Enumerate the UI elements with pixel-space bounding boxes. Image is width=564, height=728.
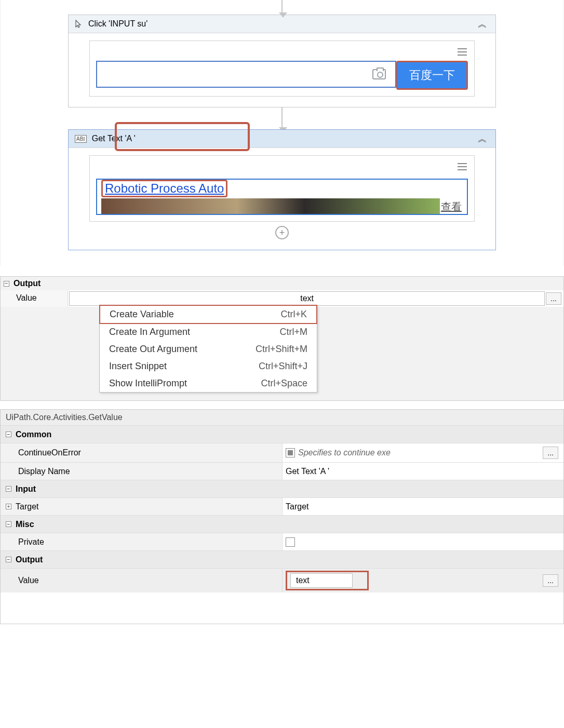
output-value-input[interactable] <box>290 573 353 588</box>
menu-label: Insert Snippet <box>109 361 167 372</box>
prop-value-label: Value <box>1 290 68 307</box>
baidu-search-button[interactable]: 百度一下 <box>398 62 466 88</box>
group-output[interactable]: −Output <box>1 550 563 568</box>
highlight-rpa-link: Robotic Process Auto <box>101 180 227 197</box>
group-misc[interactable]: −Misc <box>1 515 563 533</box>
prop-value-row: Value ... Create Variable Ctrl+K Create … <box>1 290 563 307</box>
prop-continue-on-error: ContinueOnError Specifies to continue ex… <box>1 443 563 462</box>
prop-display-name: Display Name Get Text 'A ' <box>1 462 563 480</box>
activity-click-header[interactable]: Click 'INPUT su' ︽ <box>69 15 495 33</box>
menu-insert-snippet[interactable]: Insert Snippet Ctrl+Shift+J <box>100 358 317 375</box>
target-selector-frame[interactable]: 百度一下 <box>89 41 475 97</box>
menu-create-variable[interactable]: Create Variable Ctrl+K <box>100 306 316 323</box>
prop-output-value: Value ... <box>1 568 563 592</box>
activity-gettext-body: Robotic Process Auto 查看 + <box>69 148 495 250</box>
link-preview: Robotic Process Auto 查看 <box>96 179 468 215</box>
prop-private: Private <box>1 533 563 550</box>
prop-hint: Specifies to continue exe <box>298 448 391 457</box>
rpa-link[interactable]: Robotic Process Auto <box>105 181 224 196</box>
ellipsis-button[interactable]: ... <box>546 292 561 305</box>
group-input-label: Input <box>16 484 36 494</box>
collapse-toggle-icon[interactable]: − <box>4 281 9 287</box>
expand-toggle-icon[interactable]: + <box>6 504 11 509</box>
activity-click-title: Click 'INPUT su' <box>88 19 147 29</box>
highlight-create-variable: Create Variable Ctrl+K <box>99 305 317 324</box>
context-menu: Create Variable Ctrl+K Create In Argumen… <box>99 305 317 393</box>
checkbox-private[interactable] <box>286 537 295 547</box>
view-label[interactable]: 查看 <box>440 200 463 214</box>
menu-shortcut: Ctrl+Space <box>261 378 307 389</box>
prop-label: Value <box>1 569 282 592</box>
menu-label: Create In Argument <box>109 327 190 338</box>
menu-shortcut: Ctrl+K <box>280 309 307 320</box>
collapse-toggle-icon[interactable]: − <box>6 557 11 562</box>
collapse-toggle-icon[interactable]: − <box>6 521 11 527</box>
group-input[interactable]: −Input <box>1 480 563 497</box>
group-common-label: Common <box>16 430 51 439</box>
group-output[interactable]: − Output <box>1 277 563 290</box>
ellipsis-button[interactable]: ... <box>543 574 558 587</box>
properties-panel: UiPath.Core.Activities.GetValue −Common … <box>0 409 564 624</box>
highlight-output-value <box>286 571 369 590</box>
menu-create-out-argument[interactable]: Create Out Argument Ctrl+Shift+M <box>100 341 317 358</box>
activity-gettext-card[interactable]: ABI Get Text 'A ' ︽ Robotic Process Auto <box>68 129 496 250</box>
prop-value-text[interactable]: Target <box>286 502 308 511</box>
activity-click-body: 百度一下 <box>69 33 495 107</box>
search-box-preview <box>96 61 396 88</box>
prop-target: +Target Target <box>1 497 563 515</box>
group-common[interactable]: −Common <box>1 425 563 443</box>
checkbox-continue-on-error[interactable] <box>286 448 295 457</box>
group-output-label: Output <box>16 555 43 564</box>
activity-class-name: UiPath.Core.Activities.GetValue <box>1 410 563 425</box>
activity-gettext-title: Get Text 'A ' <box>92 134 136 143</box>
hamburger-icon[interactable] <box>456 161 468 172</box>
menu-shortcut: Ctrl+M <box>280 327 308 338</box>
add-activity-button[interactable]: + <box>275 226 289 239</box>
properties-output-mini: − Output Value ... Create Variable Ctrl+… <box>0 276 564 401</box>
camera-icon <box>372 69 386 79</box>
thumbnail-image <box>101 198 440 214</box>
prop-value-input[interactable] <box>69 291 545 306</box>
flow-arrow <box>281 0 283 15</box>
activity-gettext-header[interactable]: ABI Get Text 'A ' ︽ <box>69 130 495 148</box>
menu-show-intelliprompt[interactable]: Show IntelliPrompt Ctrl+Space <box>100 375 317 392</box>
workflow-designer: Click 'INPUT su' ︽ 百度一下 <box>0 0 564 266</box>
prop-label: Target <box>16 502 38 511</box>
cursor-icon <box>75 20 83 28</box>
highlight-baidu-button: 百度一下 <box>396 61 468 90</box>
menu-label: Create Variable <box>110 309 174 320</box>
activity-click-card[interactable]: Click 'INPUT su' ︽ 百度一下 <box>68 15 496 107</box>
text-icon: ABI <box>75 135 87 143</box>
prop-label: Display Name <box>1 463 282 480</box>
group-misc-label: Misc <box>16 520 34 529</box>
collapse-toggle-icon[interactable]: − <box>6 486 11 492</box>
prop-value-text[interactable]: Get Text 'A ' <box>286 467 329 476</box>
collapse-icon[interactable]: ︽ <box>476 18 489 30</box>
ellipsis-button[interactable]: ... <box>543 447 558 459</box>
collapse-icon[interactable]: ︽ <box>476 133 489 144</box>
target-selector-frame[interactable]: Robotic Process Auto 查看 <box>89 155 475 222</box>
menu-label: Create Out Argument <box>109 344 197 355</box>
hamburger-icon[interactable] <box>456 46 468 58</box>
menu-shortcut: Ctrl+Shift+J <box>259 361 307 372</box>
prop-label: Private <box>1 533 282 550</box>
menu-create-in-argument[interactable]: Create In Argument Ctrl+M <box>100 323 317 341</box>
menu-shortcut: Ctrl+Shift+M <box>256 344 307 355</box>
collapse-toggle-icon[interactable]: − <box>6 432 11 437</box>
prop-label: ContinueOnError <box>1 443 282 462</box>
flow-arrow <box>281 107 283 129</box>
menu-label: Show IntelliPrompt <box>109 378 187 389</box>
group-output-label: Output <box>14 279 41 288</box>
